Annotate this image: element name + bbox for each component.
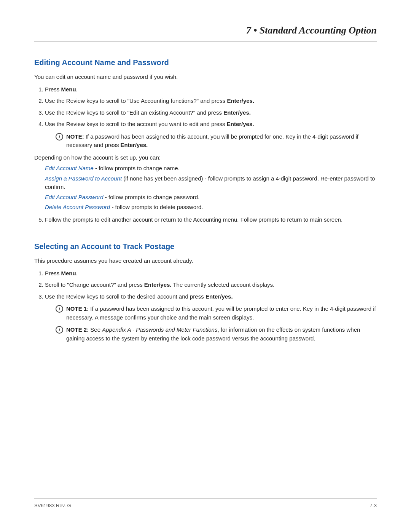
note-enter-yes: Enter/yes. [121,142,148,148]
selecting-step-1: Press Menu. [45,269,377,278]
chapter-header: 7 • Standard Accounting Option [34,23,377,42]
enter-yes-bold-3: Enter/yes. [223,109,251,116]
selecting-steps-list: Press Menu. Scroll to "Change account?" … [45,269,377,343]
editing-steps-list: Press Menu. Use the Review keys to scrol… [45,85,377,150]
footer-right: 7-3 [370,502,377,510]
link-item-assign-password: Assign a Password to Account (if none ha… [45,174,377,192]
editing-step-3: Use the Review keys to scroll to "Edit a… [45,109,377,117]
editing-intro: You can edit an account name and passwor… [34,73,377,81]
note1-text: NOTE 1: If a password has been assigned … [66,305,377,322]
section-selecting-account: Selecting an Account to Track Postage Th… [34,241,377,347]
enter-yes-bold-s2: Enter/yes. [144,281,172,288]
link-item-delete-password: Delete Account Password - follow prompts… [45,203,377,212]
assign-password-link: Assign a Password to Account [45,175,122,182]
note-icon-s1: i [56,305,63,313]
note1-box: i NOTE 1: If a password has been assigne… [56,305,377,322]
note1-label: NOTE 1: [66,305,89,312]
page-footer: SV61983 Rev. G 7-3 [34,498,377,510]
selecting-intro: This procedure assumes you have created … [34,257,377,265]
edit-password-link: Edit Account Password [45,194,104,200]
section-title-selecting: Selecting an Account to Track Postage [34,241,377,252]
delete-password-link: Delete Account Password [45,204,110,210]
page: 7 • Standard Accounting Option Editing A… [0,0,411,532]
editing-step5-list: Follow the prompts to edit another accou… [45,216,377,224]
note-text-1: NOTE: If a password has been assigned to… [66,133,377,150]
depending-text: Depending on how the account is set up, … [34,153,377,162]
enter-yes-bold-2: Enter/yes. [227,97,254,104]
editing-step-1: Press Menu. [45,85,377,94]
delete-password-suffix: - follow prompts to delete password. [112,204,203,210]
enter-yes-bold-s3: Enter/yes. [206,293,233,300]
section-editing-account: Editing Account Name and Password You ca… [34,57,377,227]
selecting-step-2: Scroll to "Change account?" and press En… [45,281,377,289]
note2-label: NOTE 2: [66,326,89,333]
edit-account-name-link: Edit Account Name [45,165,94,171]
selecting-step-3: Use the Review keys to scroll to the des… [45,292,377,343]
menu-bold-s1: Menu [61,270,76,276]
appendix-link: Appendix A - Passwords and Meter Functio… [102,326,217,333]
link-item-edit-name: Edit Account Name - follow prompts to ch… [45,164,377,173]
edit-password-suffix: - follow prompts to change password. [105,194,199,200]
note-password-assigned: i NOTE: If a password has been assigned … [56,133,377,150]
note-icon-s2: i [56,326,63,334]
chapter-title: 7 • Standard Accounting Option [246,23,377,38]
note-icon-1: i [56,133,63,141]
section-title-editing: Editing Account Name and Password [34,57,377,68]
editing-step-2: Use the Review keys to scroll to "Use Ac… [45,97,377,105]
note2-text: NOTE 2: See Appendix A - Passwords and M… [66,326,377,343]
footer-left: SV61983 Rev. G [34,502,71,510]
editing-step-5: Follow the prompts to edit another accou… [45,216,377,224]
note-label-1: NOTE: [66,133,84,140]
note2-box: i NOTE 2: See Appendix A - Passwords and… [56,326,377,343]
link-item-edit-password: Edit Account Password - follow prompts t… [45,193,377,202]
editing-step-4: Use the Review keys to scroll to the acc… [45,120,377,150]
menu-bold-1: Menu [61,86,76,93]
edit-name-suffix: - follow prompts to change name. [95,165,180,171]
enter-yes-bold-4: Enter/yes. [227,121,254,127]
